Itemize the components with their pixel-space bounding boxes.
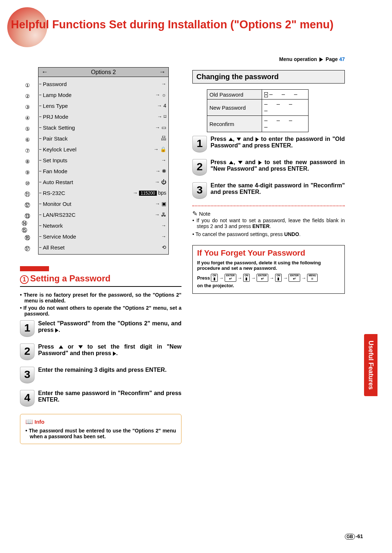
page-link[interactable]: 47 [339, 56, 345, 62]
osd-menu-item: Service Mode→ [38, 231, 168, 242]
osd-menu-item: LAN/RS232C→ 🖧 [38, 209, 168, 220]
step-number-badge: 1 [192, 136, 207, 153]
key-icon: MENU≡ [307, 274, 318, 282]
osd-menu-item: Stack Setting→ ▭ [38, 122, 168, 133]
step-number-badge: 2 [192, 159, 207, 176]
step-number-badge: 1 [20, 320, 34, 337]
password-row: New Password– – – – [207, 99, 308, 115]
osd-menu-item: Monitor Out→ ▣ [38, 198, 168, 209]
osd-menu-item: Lens Type→ 4 [38, 100, 168, 111]
step: 2Press , and to set the new password in … [192, 159, 345, 176]
osd-menu-item: Keylock Level→ 🔒 [38, 144, 168, 155]
menu-operation-ref: Menu operation Page 47 [279, 56, 345, 62]
step: 1Select "Password" from the "Options 2" … [20, 320, 181, 337]
arrow-right-icon [319, 57, 323, 62]
step-number-badge: 4 [20, 390, 34, 407]
step-number-badge: 2 [20, 343, 34, 360]
key-icon: ON▮ [211, 274, 218, 282]
osd-menu-item: All Reset⟲ [38, 242, 168, 253]
osd-menu-item: Network→ [38, 220, 168, 231]
password-dialog: Old Password– – –New Password– – – –Reco… [207, 89, 309, 132]
side-tab: Useful Features [364, 334, 377, 396]
step: 3Enter the same 4-digit password in "Rec… [192, 182, 345, 199]
forget-password-box: If You Forget Your Password If you forge… [192, 245, 345, 294]
key-icon: ENTER↵ [257, 274, 268, 282]
step-number-badge: 3 [192, 182, 207, 199]
osd-menu-header: ← Options 2 → [38, 67, 169, 77]
key-icon: ENTER↵ [289, 274, 300, 282]
password-row: Reconfirm– – – – [207, 115, 308, 132]
menu-item-numbers: ①②③④⑤⑥⑦⑧⑨⑩⑪⑫⑬⑭ ⑮⑯⑰ [22, 80, 33, 254]
osd-menu: ← Options 2 → Password→Lamp Mode→ ☼Lens … [38, 67, 169, 255]
book-icon: 📖 [25, 418, 33, 425]
osd-menu-item: PRJ Mode→ ⌑ [38, 111, 168, 122]
osd-menu-item: Lamp Mode→ ☼ [38, 89, 168, 100]
osd-menu-item: Auto Restart→ ⏻ [38, 176, 168, 187]
pencil-icon: ✎ [192, 210, 197, 217]
page-title: Helpful Functions Set during Installatio… [11, 18, 334, 31]
subsection-heading: Changing the password [192, 70, 345, 84]
section-accent [20, 266, 49, 271]
key-icon: ENTER↵ [225, 274, 236, 282]
page-number: GB-61 [345, 533, 363, 539]
password-row: Old Password– – – [207, 90, 308, 99]
note-box: ✎ Note If you do not want to set a passw… [192, 206, 345, 237]
osd-menu-item: Password→ [38, 78, 168, 89]
osd-menu-item: Set Inputs→ [38, 155, 168, 166]
key-icon: ON▮ [243, 274, 250, 282]
step: 3Enter the remaining 3 digits and press … [20, 367, 181, 383]
step: 4Enter the same password in "Reconfirm" … [20, 390, 181, 407]
key-icon: ON▮ [275, 274, 282, 282]
osd-menu-item: Fan Mode→ ❋ [38, 166, 168, 176]
osd-menu-item: RS-232C→ 115200 bps [38, 187, 168, 198]
info-box: 📖Info The password must be entered to us… [20, 414, 181, 444]
section-heading: 1Setting a Password [20, 273, 181, 287]
step: 2Press or to set the first digit in "New… [20, 343, 181, 360]
osd-menu-item: Pair Stack品 [38, 133, 168, 144]
step: 1Press , and to enter the password in "O… [192, 136, 345, 153]
step-number-badge: 3 [20, 367, 34, 383]
section-bullets: There is no factory preset for the passw… [20, 292, 181, 317]
